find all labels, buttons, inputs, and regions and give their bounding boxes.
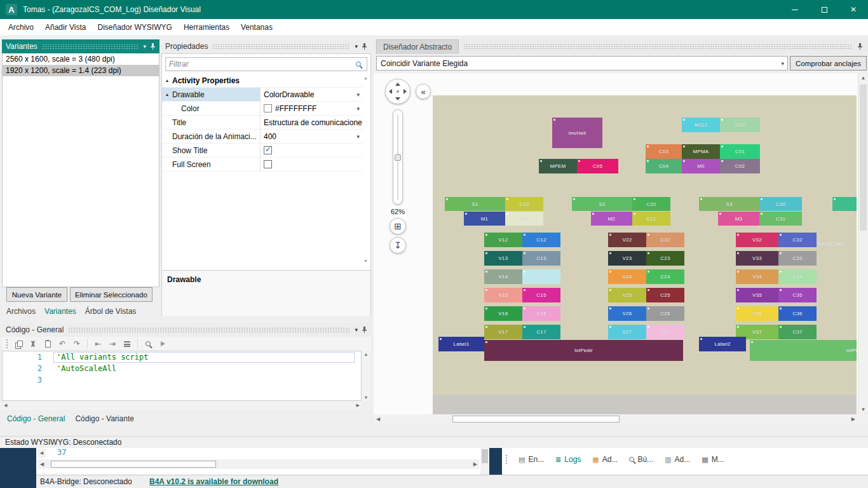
designer-vertical-scrollbar[interactable]: ▲ ▼: [858, 73, 868, 414]
designer-view-V12[interactable]: V12: [484, 233, 522, 247]
designer-view-C13[interactable]: C13: [522, 251, 560, 266]
scroll-thumb[interactable]: [51, 461, 216, 468]
designer-view-C32[interactable]: C32: [778, 233, 817, 247]
pan-up-icon[interactable]: [395, 83, 400, 86]
designer-view-V34[interactable]: V34: [736, 269, 778, 284]
tab-codigo-variante[interactable]: Código - Variante: [70, 414, 139, 423]
search-icon[interactable]: [144, 339, 153, 349]
designer-view-V13[interactable]: V13: [484, 251, 522, 266]
designer-view-C14[interactable]: C14: [522, 269, 560, 284]
code-vertical-scrollbar[interactable]: ▲▼: [362, 351, 370, 401]
pan-right-icon[interactable]: [403, 89, 407, 94]
ide-tab-logs[interactable]: ≣ Logs: [550, 452, 587, 466]
abstract-canvas[interactable]: tvOrgChart imvHeliM112C00C03MPMAC01MPEMC…: [433, 95, 857, 395]
minimize-button[interactable]: [780, 0, 810, 19]
designer-view-V17[interactable]: V17: [484, 325, 522, 339]
designer-view-V36[interactable]: V36: [736, 306, 778, 321]
scroll-thumb[interactable]: [860, 85, 867, 231]
scroll-left-icon[interactable]: ◀: [37, 449, 46, 458]
designer-view-txtPedir[interactable]: txtPedir: [484, 340, 683, 361]
prop-row-drawable[interactable]: ▲ Drawable ColorDrawable ▾: [162, 88, 363, 102]
dropdown-arrow-icon[interactable]: ▾: [356, 92, 360, 98]
designer-view-C24[interactable]: C24: [646, 269, 684, 284]
maximize-button[interactable]: [810, 0, 839, 19]
tab-arbol-de-vistas[interactable]: Árbol de Vistas: [81, 307, 141, 316]
paste-icon[interactable]: [43, 339, 52, 349]
designer-view-unnamed[interactable]: [832, 197, 857, 211]
designer-view-V24[interactable]: V24: [608, 269, 646, 284]
designer-view-C25[interactable]: C25: [646, 288, 684, 302]
prop-group-activity-properties[interactable]: ▲ Activity Properties: [162, 74, 363, 88]
tab-codigo-general[interactable]: Código - General: [2, 414, 70, 423]
pin-icon[interactable]: [150, 43, 156, 50]
redo-icon[interactable]: ↷: [72, 339, 81, 349]
prop-row-animation-duration[interactable]: Duración de la Animaci... 400 ▾: [162, 130, 363, 144]
pan-left-icon[interactable]: [389, 89, 392, 94]
scroll-down-icon[interactable]: ▼: [363, 259, 368, 263]
scroll-up-icon[interactable]: ▲: [858, 75, 868, 81]
designer-view-C35[interactable]: C35: [778, 288, 817, 302]
designer-view-M112[interactable]: M112: [682, 118, 720, 132]
run-script-icon[interactable]: [158, 339, 167, 349]
pin-icon[interactable]: [362, 327, 367, 334]
designer-view-V35[interactable]: V35: [736, 288, 778, 302]
designer-view-M2[interactable]: M2: [591, 212, 632, 226]
designer-view-V26[interactable]: V26: [608, 306, 646, 321]
prop-row-color[interactable]: Color #FFFFFFFF ▾: [162, 102, 363, 116]
designer-view-V32[interactable]: V32: [736, 233, 778, 247]
prop-value-drawable[interactable]: ColorDrawable ▾: [261, 88, 363, 101]
zoom-fit-button[interactable]: ⊞: [390, 218, 406, 234]
designer-view-C15[interactable]: C15: [522, 288, 560, 302]
pin-icon[interactable]: [857, 43, 863, 50]
designer-view-V22[interactable]: V22: [608, 233, 646, 247]
designer-view-M0[interactable]: M0: [682, 159, 720, 173]
checkbox-checked[interactable]: [264, 146, 272, 154]
close-button[interactable]: ✕: [839, 0, 868, 19]
tab-archivos[interactable]: Archivos: [2, 307, 40, 316]
designer-view-C02[interactable]: C02: [720, 159, 760, 173]
designer-view-S3[interactable]: S3: [699, 197, 759, 211]
color-swatch[interactable]: [264, 104, 272, 112]
designer-view-C01[interactable]: C01: [720, 144, 760, 159]
designer-view-V16[interactable]: V16: [484, 306, 522, 321]
ide-tab-administrador[interactable]: ▦ Ad...: [587, 452, 623, 466]
designer-view-M3[interactable]: M3: [718, 212, 759, 226]
scroll-thumb[interactable]: [482, 449, 488, 463]
designer-view-txtPl[interactable]: txtPl: [750, 340, 857, 361]
checkbox-unchecked[interactable]: [264, 160, 272, 168]
designer-view-V25[interactable]: V25: [608, 288, 646, 302]
pan-down-icon[interactable]: [395, 97, 400, 100]
undo-icon[interactable]: ↶: [58, 339, 67, 349]
designer-view-C31[interactable]: C31: [759, 212, 802, 226]
ide-tab-modulos[interactable]: ▩ M...: [696, 452, 729, 466]
zoom-slider[interactable]: [393, 109, 403, 205]
designer-view-MPMA[interactable]: MPMA: [682, 144, 720, 159]
tab-disenador-abstracto[interactable]: Diseñador Abstracto: [376, 39, 459, 54]
designer-view-C10[interactable]: C10: [505, 197, 543, 211]
ide-tab-encontrar[interactable]: ▤ En...: [513, 452, 550, 466]
designer-view-C36[interactable]: C36: [778, 306, 817, 321]
prop-row-title[interactable]: Title Estructura de comunicacione: [162, 116, 363, 130]
filter-input[interactable]: [166, 58, 356, 70]
prop-value-full-screen[interactable]: [261, 158, 363, 171]
designer-view-C11[interactable]: C11: [505, 212, 543, 226]
designer-view-V33[interactable]: V33: [736, 251, 778, 266]
menu-archivo[interactable]: Archivo: [3, 19, 39, 36]
tab-variantes[interactable]: Variantes: [40, 307, 81, 316]
designer-view-C21[interactable]: C21: [632, 212, 670, 226]
collapse-tools-button[interactable]: «: [416, 84, 431, 99]
designer-view-MPEM[interactable]: MPEM: [539, 159, 577, 173]
designer-view-C12[interactable]: C12: [522, 233, 560, 247]
ide-tab-busqueda[interactable]: Bú...: [623, 452, 659, 466]
prop-row-show-title[interactable]: Show Title: [162, 144, 363, 158]
ide-tab-administrador-2[interactable]: ▥ Ad...: [659, 452, 696, 466]
slider-thumb[interactable]: [395, 154, 401, 161]
scroll-right-icon[interactable]: ▶: [851, 416, 855, 422]
delete-selected-button[interactable]: Eliminar Seleccionado: [70, 287, 153, 302]
prop-value-show-title[interactable]: [261, 144, 363, 157]
scroll-left-icon[interactable]: ◀: [40, 461, 44, 467]
variant-item-selected[interactable]: 1920 x 1200, scale = 1.4 (223 dpi): [3, 65, 159, 76]
designer-view-C34[interactable]: C34: [778, 269, 817, 284]
designer-view-V15[interactable]: V15: [484, 288, 522, 302]
variant-item[interactable]: 2560 x 1600, scale = 3 (480 dpi): [3, 53, 159, 65]
